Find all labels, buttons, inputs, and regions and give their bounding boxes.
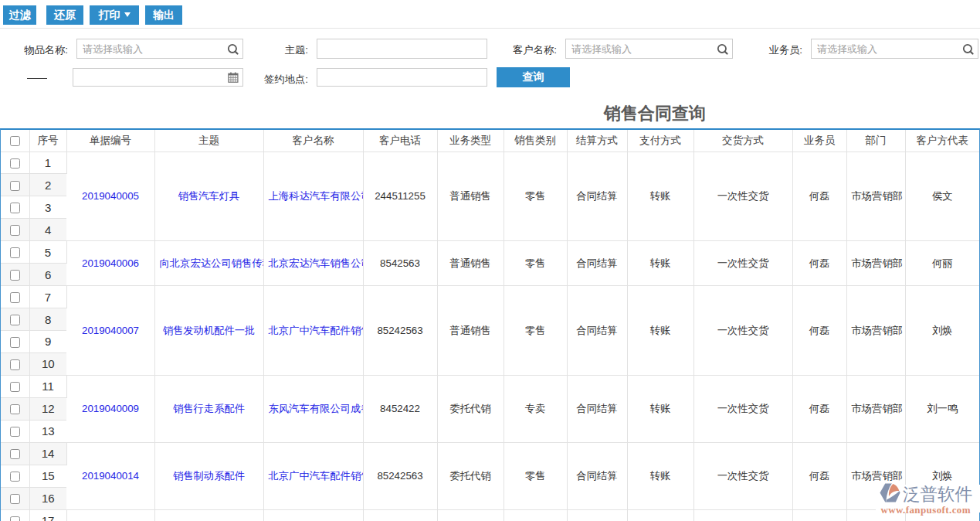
- row-checkbox[interactable]: [10, 382, 21, 393]
- subject-cell[interactable]: 销售制动系配件: [154, 442, 263, 509]
- salesman-cell: 何磊: [792, 241, 846, 286]
- row-checkbox[interactable]: [10, 270, 21, 281]
- phone-cell: 85242563: [363, 442, 437, 509]
- row-checkbox[interactable]: [10, 315, 21, 325]
- column-header: 支付方式: [627, 130, 693, 152]
- customer-cell[interactable]: 东风汽车有限公司成都: [263, 375, 363, 442]
- column-header: 客户方代表: [905, 130, 979, 152]
- salesman-input[interactable]: [812, 39, 962, 58]
- fanpu-logo-icon: [880, 483, 901, 506]
- row-number-cell: 16: [29, 487, 66, 509]
- payment-cell: 转账: [627, 241, 693, 286]
- subject-cell[interactable]: 销售发动机配件一批: [154, 286, 263, 376]
- row-checkbox[interactable]: [10, 225, 21, 236]
- row-select-cell: [1, 442, 29, 465]
- customer-cell[interactable]: 北京广中汽车配件销售: [263, 286, 363, 376]
- header-row: 序号单据编号主题客户名称客户电话业务类型销售类别结算方式支付方式交货方式业务员部…: [1, 130, 979, 152]
- customer-cell[interactable]: 北京宏达汽车销售公司: [263, 241, 363, 286]
- row-checkbox[interactable]: [10, 427, 21, 438]
- row-select-cell: [1, 286, 29, 308]
- row-select-cell: [1, 397, 29, 420]
- column-header: 销售类别: [504, 130, 567, 152]
- row-number-cell: 15: [29, 465, 66, 487]
- subject-cell[interactable]: 向北京宏达公司销售传动: [154, 241, 263, 286]
- salesman-cell: 何磊: [792, 442, 846, 509]
- table-body: 12019040005销售汽车灯具上海科达汽车有限公司244511255普通销售…: [1, 152, 979, 521]
- search-icon[interactable]: [962, 43, 974, 55]
- doc-no-cell[interactable]: 2019040006: [66, 241, 154, 286]
- customer-name-input[interactable]: [566, 39, 717, 58]
- salesman-cell: 何磊: [792, 152, 846, 241]
- row-checkbox[interactable]: [10, 203, 21, 213]
- row-number-cell: 10: [29, 352, 66, 375]
- row-checkbox[interactable]: [10, 292, 21, 303]
- select-all-checkbox[interactable]: [10, 136, 21, 147]
- filter-button[interactable]: 过滤: [3, 5, 36, 25]
- row-checkbox[interactable]: [10, 158, 21, 169]
- table-row: 52019040006向北京宏达公司销售传动北京宏达汽车销售公司8542563普…: [1, 241, 979, 264]
- export-button-label: 输出: [153, 5, 175, 24]
- restore-button[interactable]: 还原: [46, 5, 83, 25]
- phone-cell: [363, 509, 437, 521]
- export-button[interactable]: 输出: [145, 5, 182, 25]
- salesman-field: [811, 39, 978, 59]
- column-header: 交货方式: [693, 130, 792, 152]
- customer-rep-cell: 刘一鸣: [905, 375, 979, 442]
- doc-no-cell[interactable]: 2019040014: [66, 442, 154, 509]
- business-type-cell: 普通销售: [437, 152, 504, 241]
- item-name-field: [76, 39, 243, 59]
- row-select-cell: [1, 375, 29, 397]
- sales-category-cell: 零售: [504, 241, 567, 286]
- phone-cell: 85242563: [363, 286, 437, 376]
- row-checkbox[interactable]: [10, 449, 21, 460]
- column-header: 客户名称: [263, 130, 363, 152]
- row-select-cell: [1, 241, 29, 264]
- row-checkbox[interactable]: [10, 359, 21, 370]
- settlement-cell: 合同结算: [567, 152, 627, 241]
- sales-contract-query-page: 过滤 还原 打印 输出 物品名称: 主题: 客户名称:: [0, 0, 980, 521]
- delivery-cell: 一次性交货: [693, 375, 792, 442]
- row-number-cell: 1: [29, 152, 66, 174]
- settlement-cell: 合同结算: [567, 286, 627, 376]
- payment-cell: 转账: [627, 375, 693, 442]
- delivery-cell: [693, 509, 792, 521]
- subject-input[interactable]: [317, 39, 487, 58]
- subject-cell[interactable]: 销售行走系配件: [154, 375, 263, 442]
- column-header: 业务员: [792, 130, 846, 152]
- brand-watermark: 泛普软件 www.fanpusoft.com: [876, 485, 980, 512]
- row-checkbox[interactable]: [10, 516, 21, 521]
- department-cell: 市场营销部: [846, 286, 905, 376]
- row-checkbox[interactable]: [10, 494, 21, 505]
- business-type-cell: 委托代销: [437, 442, 504, 509]
- doc-no-cell[interactable]: 2019040009: [66, 375, 154, 442]
- row-checkbox[interactable]: [10, 181, 21, 192]
- customer-cell[interactable]: 北京广中汽车配件销售: [263, 442, 363, 509]
- doc-no-cell: [66, 509, 154, 521]
- settlement-cell: [567, 509, 627, 521]
- sign-place-input[interactable]: [317, 69, 487, 86]
- toolbar-divider: [0, 28, 980, 29]
- doc-no-cell[interactable]: 2019040005: [66, 152, 154, 241]
- row-select-cell: [1, 487, 29, 509]
- search-button[interactable]: 查询: [497, 67, 570, 87]
- sign-date-input[interactable]: [73, 69, 228, 86]
- subject-cell[interactable]: 销售汽车灯具: [154, 152, 263, 241]
- row-checkbox[interactable]: [10, 337, 21, 348]
- row-checkbox[interactable]: [10, 472, 21, 482]
- row-checkbox[interactable]: [10, 404, 21, 415]
- customer-cell[interactable]: 上海科达汽车有限公司: [263, 152, 363, 241]
- sales-category-cell: 零售: [504, 152, 567, 241]
- settlement-cell: 合同结算: [567, 442, 627, 509]
- item-name-input[interactable]: [77, 39, 227, 58]
- business-type-cell: 普通销售: [437, 241, 504, 286]
- row-checkbox[interactable]: [10, 247, 21, 258]
- subject-field: [317, 39, 487, 59]
- print-button[interactable]: 打印: [90, 5, 139, 25]
- payment-cell: 转账: [627, 286, 693, 376]
- row-number-cell: 9: [29, 331, 66, 353]
- doc-no-cell[interactable]: 2019040007: [66, 286, 154, 376]
- delivery-cell: 一次性交货: [693, 442, 792, 509]
- column-header: 单据编号: [66, 130, 154, 152]
- row-select-cell: [1, 509, 29, 521]
- table-row: 142019040014销售制动系配件北京广中汽车配件销售85242563委托代…: [1, 442, 979, 465]
